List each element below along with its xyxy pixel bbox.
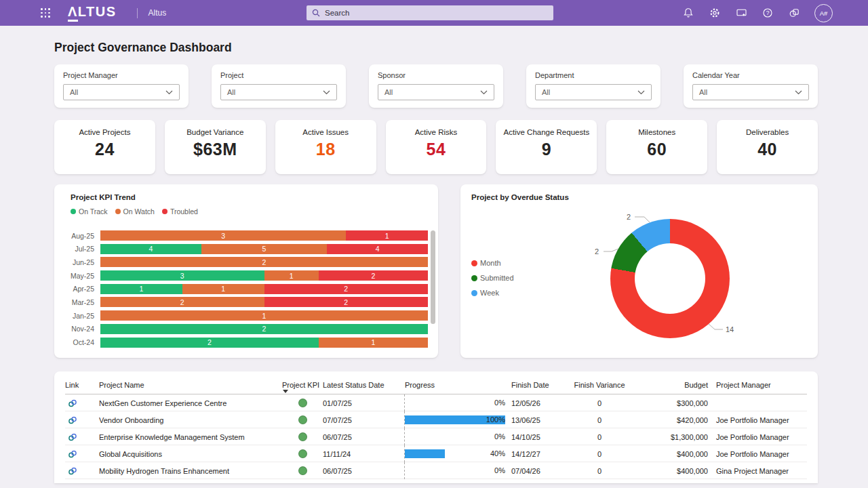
project-name-cell: Vendor Onboarding [99,416,282,424]
header-project-kpi[interactable]: Project KPI [282,375,323,394]
legend-item-on-track: On Track [71,207,108,216]
filter-calendar-year-select[interactable]: All [692,84,809,100]
feedback-icon[interactable] [735,7,747,19]
filter-sponsor-select[interactable]: All [378,84,494,100]
filter-label: Calendar Year [692,71,809,79]
legend-item-month: Month [471,259,514,267]
bar-segment-on-watch[interactable]: 1 [264,270,319,281]
kpi-trend-row: May-25312 [64,270,434,281]
notifications-bell-icon[interactable] [682,7,694,19]
bar-segment-on-track[interactable]: 4 [100,244,201,254]
progress-cell: 0% [396,462,511,479]
table-body: NextGen Customer Experience Centre01/07/… [65,394,807,479]
kpi-trend-row: Mar-2522 [64,297,434,307]
bar-segment-troubled[interactable]: 4 [327,244,428,254]
budget-cell: $400,000 [630,450,708,458]
kpi-status-dot [298,399,307,407]
filter-value: All [542,88,550,96]
table-row[interactable]: Mobility Hydrogen Trains Enhancement06/0… [65,462,807,479]
search-icon [312,9,320,17]
bar-segment-on-track[interactable]: 1 [100,284,182,294]
status-date-cell: 01/07/25 [323,399,396,407]
overdue-status-donut[interactable] [610,219,730,338]
stacked-bar: 112 [100,284,428,294]
bar-segment-troubled[interactable]: 2 [264,297,429,307]
open-link-icon[interactable] [67,399,78,408]
bar-segment-on-watch[interactable]: 1 [319,338,428,348]
bar-segment-on-track[interactable]: 2 [100,338,319,348]
chart-scrollbar[interactable] [431,230,435,324]
chevron-down-icon [795,90,802,95]
open-link-icon[interactable] [67,466,78,476]
budget-cell: $400,000 [630,467,708,475]
open-link-icon[interactable] [67,449,78,459]
y-axis-label: Jul-25 [64,245,100,253]
finish-variance-cell: 0 [569,416,630,424]
filter-department-select[interactable]: All [535,84,652,100]
kpi-trend-row: Oct-2421 [64,338,434,348]
page-title: Project Governance Dashboard [54,41,818,55]
bar-segment-on-watch[interactable]: 2 [100,257,428,267]
header-link[interactable]: Link [65,375,99,394]
overdue-status-legend: Month Submitted Week [471,259,514,297]
open-link-icon[interactable] [67,432,78,442]
table-row[interactable]: Global Acquisitions11/11/2440%14/12/270$… [65,445,807,462]
kpi-status-dot [298,449,307,458]
link-cell [65,449,99,459]
kpi-label: Milestones [606,127,707,138]
finish-date-cell: 14/10/25 [511,433,569,441]
bar-segment-on-watch[interactable]: 1 [100,310,428,321]
bar-segment-troubled[interactable]: 1 [346,230,428,241]
kpi-status-dot [298,466,307,475]
table-row[interactable]: Vendor Onboarding07/07/25100%13/06/250$4… [65,411,807,428]
open-link-icon[interactable] [67,415,78,425]
header-budget[interactable]: Budget [630,375,708,394]
budget-cell: $420,000 [630,416,708,424]
navbar-divider [137,8,138,18]
kpi-trend-title: Project KPI Trend [71,193,136,201]
kpi-value: 60 [606,140,707,159]
header-finish-date[interactable]: Finish Date [511,375,569,394]
bar-segment-on-watch[interactable]: 2 [100,297,264,307]
search-input[interactable] [325,9,548,17]
bar-segment-on-watch[interactable]: 5 [201,244,328,254]
bar-segment-on-watch[interactable]: 3 [100,230,346,241]
y-axis-label: Jun-25 [64,258,100,266]
link-cell [65,466,99,476]
kpi-label: Budget Variance [165,127,266,138]
waffle-menu-icon[interactable] [41,8,50,18]
stacked-bar: 454 [100,244,428,254]
bar-segment-on-track[interactable]: 2 [100,324,428,334]
table-row[interactable]: Enterprise Knowledge Management System06… [65,428,807,445]
help-icon[interactable]: ? [762,7,774,19]
top-navbar: ΛLTUS Altus [0,0,868,26]
bar-segment-troubled[interactable]: 2 [264,284,429,294]
header-project-name[interactable]: Project Name [99,375,282,394]
settings-gear-icon[interactable] [709,7,721,19]
user-avatar[interactable]: A# [814,4,833,22]
bar-segment-on-track[interactable]: 3 [100,270,264,281]
header-progress[interactable]: Progress [396,375,511,394]
chevron-down-icon [480,90,488,95]
filter-project-manager-select[interactable]: All [63,84,180,100]
filter-project-select[interactable]: All [220,84,337,100]
table-row[interactable]: NextGen Customer Experience Centre01/07/… [65,394,807,411]
bar-segment-troubled[interactable]: 2 [319,270,428,281]
shapes-icon[interactable] [788,7,800,19]
filter-label: Project Manager [63,71,180,79]
charts-row: Project KPI Trend On Track On Watch Trou… [54,184,818,358]
status-date-cell: 11/11/24 [323,450,396,458]
search-bar[interactable] [307,5,553,20]
bar-segment-on-watch[interactable]: 1 [182,284,264,294]
kpi-value: 40 [717,140,818,159]
chevron-down-icon [165,90,173,95]
header-project-manager[interactable]: Project Manager [708,375,810,394]
project-manager-cell: Joe Portfolio Manager [708,450,810,458]
header-latest-status-date[interactable]: Latest Status Date [323,375,396,394]
project-manager-cell: Gina Project Manager [708,467,810,475]
filter-department: Department All [526,64,660,108]
header-finish-variance[interactable]: Finish Variance [569,375,630,394]
finish-variance-cell: 0 [569,450,630,458]
callout-month: 14 [726,325,734,333]
stacked-bar: 2 [100,257,428,267]
